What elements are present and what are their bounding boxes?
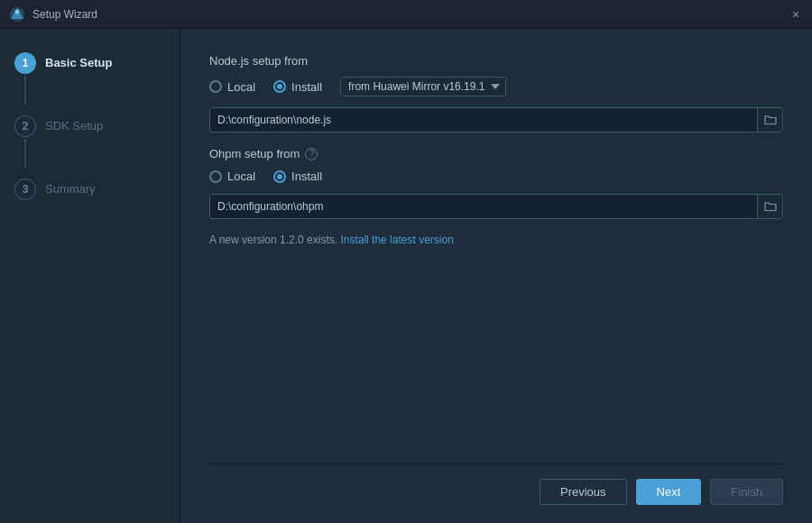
- ohpm-folder-button[interactable]: [757, 195, 782, 218]
- window-title: Setup Wizard: [32, 8, 789, 21]
- nodejs-path-wrap: [209, 107, 783, 133]
- step1-circle: 1: [14, 52, 36, 74]
- nodejs-section-title: Node.js setup from: [209, 54, 783, 68]
- sidebar-item-summary[interactable]: 3 Summary: [0, 173, 180, 206]
- step3-circle: 3: [14, 179, 36, 200]
- version-notice-text: A new version 1.2.0 exists.: [209, 234, 337, 246]
- title-bar: Setup Wizard ×: [0, 0, 812, 29]
- ohpm-local-option[interactable]: Local: [209, 170, 255, 183]
- close-button[interactable]: ×: [789, 7, 803, 22]
- nodejs-mirror-select[interactable]: from Huawei Mirror v16.19.1: [340, 77, 506, 96]
- ohpm-help-icon[interactable]: ?: [305, 148, 318, 161]
- step2-line: [24, 139, 26, 168]
- step1-label: Basic Setup: [45, 52, 112, 69]
- ohpm-path-input[interactable]: [210, 195, 757, 218]
- install-latest-link[interactable]: Install the latest version: [340, 234, 453, 246]
- wizard-footer: Previous Next Finish: [209, 463, 783, 505]
- step2-left: 2: [14, 115, 36, 168]
- ohpm-label-row: Ohpm setup from ?: [209, 147, 783, 161]
- step1-left: 1: [14, 52, 36, 105]
- nodejs-local-option[interactable]: Local: [209, 80, 255, 94]
- folder-icon: [764, 201, 777, 212]
- ohpm-install-label: Install: [291, 170, 322, 183]
- previous-button[interactable]: Previous: [540, 479, 627, 505]
- wizard-body: 1 Basic Setup 2 SDK Setup 3 Summary Node…: [0, 29, 812, 523]
- version-notice: A new version 1.2.0 exists. Install the …: [209, 234, 783, 246]
- nodejs-install-label: Install: [291, 80, 322, 94]
- app-logo-icon: [9, 6, 25, 23]
- step2-label: SDK Setup: [45, 115, 103, 133]
- nodejs-radio-group: Local Install from Huawei Mirror v16.19.…: [209, 77, 783, 96]
- folder-icon: [764, 115, 777, 125]
- nodejs-local-radio[interactable]: [209, 80, 222, 93]
- nodejs-install-radio[interactable]: [273, 80, 286, 93]
- nodejs-folder-button[interactable]: [757, 108, 782, 132]
- ohpm-section-title: Ohpm setup from: [209, 147, 300, 161]
- nodejs-install-option[interactable]: Install: [273, 80, 322, 94]
- svg-point-1: [15, 9, 20, 14]
- ohpm-install-option[interactable]: Install: [273, 170, 322, 183]
- step3-left: 3: [14, 179, 36, 200]
- nodejs-path-input[interactable]: [210, 108, 757, 132]
- finish-button: Finish: [710, 479, 783, 505]
- ohpm-install-radio[interactable]: [273, 170, 286, 183]
- step1-line: [24, 76, 26, 105]
- ohpm-path-wrap: [209, 194, 783, 219]
- sidebar-item-basic-setup[interactable]: 1 Basic Setup: [0, 47, 180, 110]
- next-button[interactable]: Next: [636, 479, 702, 505]
- main-content: Node.js setup from Local Install from Hu…: [180, 29, 812, 523]
- step2-circle: 2: [14, 115, 36, 137]
- sidebar: 1 Basic Setup 2 SDK Setup 3 Summary: [0, 29, 180, 523]
- ohpm-local-radio[interactable]: [209, 170, 222, 183]
- step3-label: Summary: [45, 179, 96, 196]
- nodejs-local-label: Local: [227, 80, 255, 94]
- ohpm-radio-group: Local Install: [209, 170, 783, 183]
- sidebar-item-sdk-setup[interactable]: 2 SDK Setup: [0, 110, 180, 173]
- nodejs-mirror-dropdown-group: from Huawei Mirror v16.19.1: [340, 77, 506, 96]
- ohpm-local-label: Local: [227, 170, 255, 183]
